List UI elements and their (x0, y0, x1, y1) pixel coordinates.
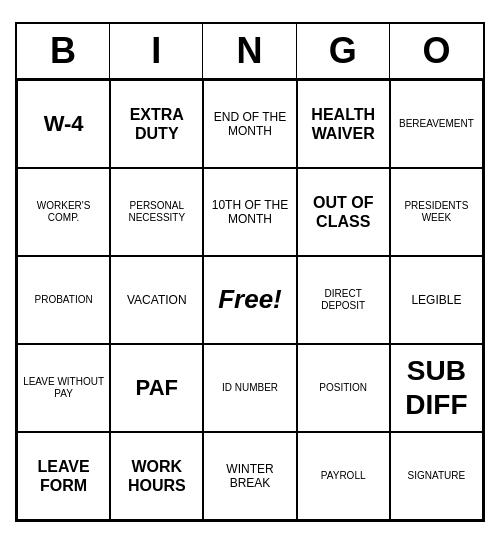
header-letter-o: O (390, 24, 483, 78)
bingo-cell-20: LEAVE FORM (17, 432, 110, 520)
bingo-cell-14: LEGIBLE (390, 256, 483, 344)
bingo-cell-12: Free! (203, 256, 296, 344)
bingo-cell-23: PAYROLL (297, 432, 390, 520)
bingo-cell-17: ID NUMBER (203, 344, 296, 432)
header-letter-g: G (297, 24, 390, 78)
bingo-cell-11: VACATION (110, 256, 203, 344)
bingo-cell-4: BEREAVEMENT (390, 80, 483, 168)
bingo-cell-2: END OF THE MONTH (203, 80, 296, 168)
bingo-card: BINGO W-4EXTRA DUTYEND OF THE MONTHHEALT… (15, 22, 485, 522)
bingo-cell-21: WORK HOURS (110, 432, 203, 520)
bingo-grid: W-4EXTRA DUTYEND OF THE MONTHHEALTH WAIV… (17, 80, 483, 520)
bingo-cell-13: DIRECT DEPOSIT (297, 256, 390, 344)
bingo-cell-7: 10TH OF THE MONTH (203, 168, 296, 256)
header-letter-n: N (203, 24, 296, 78)
bingo-cell-0: W-4 (17, 80, 110, 168)
bingo-cell-22: WINTER BREAK (203, 432, 296, 520)
bingo-cell-1: EXTRA DUTY (110, 80, 203, 168)
bingo-cell-9: PRESIDENTS WEEK (390, 168, 483, 256)
bingo-cell-18: POSITION (297, 344, 390, 432)
bingo-cell-16: PAF (110, 344, 203, 432)
bingo-cell-10: PROBATION (17, 256, 110, 344)
header-letter-i: I (110, 24, 203, 78)
bingo-cell-19: SUB DIFF (390, 344, 483, 432)
header-letter-b: B (17, 24, 110, 78)
bingo-cell-3: HEALTH WAIVER (297, 80, 390, 168)
bingo-cell-8: OUT OF CLASS (297, 168, 390, 256)
bingo-header: BINGO (17, 24, 483, 80)
bingo-cell-15: LEAVE WITHOUT PAY (17, 344, 110, 432)
bingo-cell-6: PERSONAL NECESSITY (110, 168, 203, 256)
bingo-cell-24: SIGNATURE (390, 432, 483, 520)
bingo-cell-5: WORKER'S COMP. (17, 168, 110, 256)
